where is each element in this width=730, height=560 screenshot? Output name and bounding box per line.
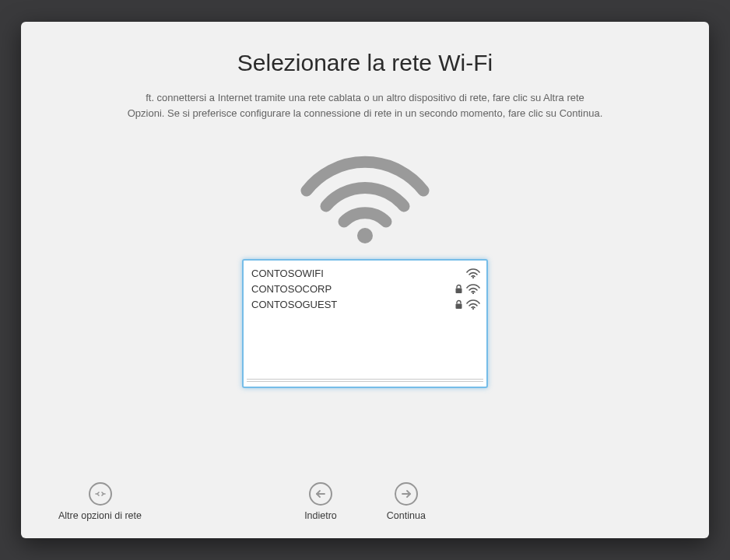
wifi-network-name: CONTOSOGUEST: [251, 299, 454, 310]
page-subtitle: ft. connettersi a Internet tramite una r…: [128, 90, 603, 121]
setup-window: Selezionare la rete Wi-Fi ft. connetters…: [21, 22, 709, 538]
wifi-signal-icon: [466, 284, 480, 294]
lock-icon: [454, 299, 463, 310]
svg-point-3: [472, 292, 474, 293]
svg-point-5: [472, 307, 474, 309]
wifi-network-list[interactable]: CONTOSOWIFI CONTOSOCORP CONTOSOGUEST: [242, 259, 488, 388]
continue-button[interactable]: Continua: [387, 482, 426, 521]
wifi-network-row[interactable]: CONTOSOWIFI: [251, 265, 480, 281]
svg-rect-4: [456, 303, 462, 309]
list-footer-divider: [247, 379, 483, 382]
button-label: Indietro: [304, 510, 337, 521]
svg-point-0: [357, 228, 373, 243]
svg-rect-2: [456, 288, 462, 293]
wifi-network-name: CONTOSOWIFI: [251, 268, 466, 279]
wifi-signal-icon: [466, 268, 480, 278]
wifi-icon: [299, 152, 431, 245]
subtitle-line-2: Opzioni. Se si preferisce configurare la…: [128, 107, 603, 119]
wifi-network-row[interactable]: CONTOSOCORP: [251, 281, 480, 296]
arrow-right-icon: [395, 482, 418, 506]
subtitle-line-1: ft. connettersi a Internet tramite una r…: [146, 92, 584, 103]
button-label: Continua: [387, 510, 426, 521]
svg-point-1: [472, 276, 474, 278]
back-button[interactable]: Indietro: [304, 482, 337, 521]
lock-icon: [454, 284, 463, 294]
arrow-left-icon: [309, 482, 332, 506]
wifi-network-name: CONTOSOCORP: [251, 283, 454, 295]
wifi-signal-icon: [466, 299, 480, 310]
wifi-network-row[interactable]: CONTOSOGUEST: [251, 296, 480, 312]
page-title: Selezionare la rete Wi-Fi: [237, 50, 493, 76]
